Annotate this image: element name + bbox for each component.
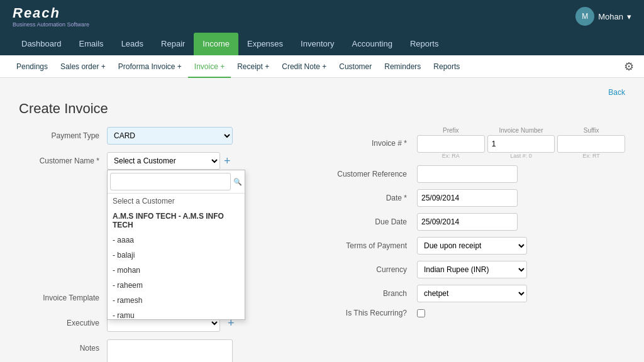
nav-dashboard[interactable]: Dashboard <box>13 33 70 55</box>
recurring-row: Is This Recurring? <box>331 309 625 317</box>
invoice-hash-label: Invoice # * <box>331 139 413 148</box>
invoice-number-input[interactable] <box>487 135 555 153</box>
subnav-receipt[interactable]: Receipt + <box>231 55 275 78</box>
nav-emails[interactable]: Emails <box>70 33 113 55</box>
top-bar: Reach Business Automation Software M Moh… <box>0 0 644 33</box>
branch-label: Branch <box>331 289 413 298</box>
invoice-num-row: Invoice # * Prefix Ex: RA Invoice Number… <box>331 127 625 159</box>
prefix-header: Prefix <box>417 127 485 134</box>
invoice-number-col: Invoice Number Last #: 0 <box>487 127 555 159</box>
suffix-header: Suffix <box>557 127 625 134</box>
user-area[interactable]: M Mohan ▾ <box>575 7 631 26</box>
add-customer-button[interactable]: + <box>224 155 231 167</box>
terms-label: Terms of Payment <box>331 241 413 250</box>
currency-select[interactable]: Indian Rupee (INR) <box>417 261 527 278</box>
invoice-number-header: Invoice Number <box>487 127 555 134</box>
dropdown-item-ramu[interactable]: - ramu <box>108 308 245 319</box>
dropdown-item-ramesh[interactable]: - ramesh <box>108 293 245 308</box>
dropdown-item-ams[interactable]: A.M.S INFO TECH - A.M.S INFO TECH <box>108 209 245 233</box>
avatar: M <box>575 7 594 26</box>
terms-select[interactable]: Due upon receipt <box>417 237 527 255</box>
branch-select[interactable]: chetpet <box>417 285 527 302</box>
terms-row: Terms of Payment Due upon receipt <box>331 237 625 255</box>
payment-type-control: CARD <box>107 127 313 145</box>
subnav-proforma[interactable]: Proforma Invoice + <box>112 55 188 78</box>
nav-reports[interactable]: Reports <box>401 33 448 55</box>
date-row: Date * <box>331 189 625 207</box>
notes-textarea[interactable] <box>107 339 233 362</box>
suffix-input[interactable] <box>557 135 625 153</box>
subnav-customer[interactable]: Customer <box>333 55 378 78</box>
payment-type-select[interactable]: CARD <box>107 127 233 145</box>
date-input[interactable] <box>417 189 518 207</box>
form-left: Payment Type CARD Customer Name * Select… <box>19 127 313 362</box>
subnav-reminders[interactable]: Reminders <box>378 55 427 78</box>
nav-accounting[interactable]: Accounting <box>343 33 401 55</box>
page-title: Create Invoice <box>19 101 625 117</box>
customer-name-row: Customer Name * Select a Customer 🔍 <box>19 152 313 170</box>
chevron-down-icon: ▾ <box>627 12 631 21</box>
customer-input-wrapper: Select a Customer 🔍 Select a Customer A.… <box>107 152 313 170</box>
notes-control <box>107 339 313 362</box>
prefix-input[interactable] <box>417 135 485 153</box>
dropdown-item-mohan[interactable]: - mohan <box>108 263 245 278</box>
executive-label: Executive <box>19 314 107 332</box>
customer-search-wrap: 🔍 <box>108 170 245 194</box>
currency-row: Currency Indian Rupee (INR) <box>331 261 625 278</box>
branch-row: Branch chetpet <box>331 285 625 302</box>
content-area: Back Create Invoice Payment Type CARD Cu… <box>0 78 644 362</box>
main-nav: Dashboard Emails Leads Repair Income Exp… <box>0 33 644 55</box>
customer-search-input[interactable] <box>110 173 231 190</box>
logo-sub: Business Automation Software <box>13 21 89 28</box>
nav-repair[interactable]: Repair <box>152 33 194 55</box>
back-link[interactable]: Back <box>19 88 625 97</box>
suffix-col: Suffix Ex: RT <box>557 127 625 159</box>
sub-nav: Pendings Sales order + Proforma Invoice … <box>0 55 644 78</box>
recurring-checkbox[interactable] <box>417 309 425 317</box>
recurring-label: Is This Recurring? <box>331 309 413 317</box>
nav-leads[interactable]: Leads <box>113 33 152 55</box>
customer-dropdown-list: Select a Customer A.M.S INFO TECH - A.M.… <box>108 194 245 319</box>
subnav-pendings[interactable]: Pendings <box>10 55 54 78</box>
search-icon: 🔍 <box>233 178 242 186</box>
customer-ref-row: Customer Reference <box>331 165 625 183</box>
settings-icon[interactable]: ⚙ <box>624 60 634 74</box>
notes-row: Notes <box>19 339 313 362</box>
nav-expenses[interactable]: Expenses <box>238 33 292 55</box>
suffix-hint: Ex: RT <box>557 153 625 159</box>
invoice-num-group: Prefix Ex: RA Invoice Number Last #: 0 S… <box>417 127 625 159</box>
customer-select[interactable]: Select a Customer <box>107 152 220 170</box>
due-date-label: Due Date <box>331 217 413 226</box>
due-date-input[interactable] <box>417 213 518 231</box>
due-date-row: Due Date <box>331 213 625 231</box>
date-label: Date * <box>331 194 413 202</box>
form-container: Payment Type CARD Customer Name * Select… <box>19 127 625 362</box>
dropdown-item-aaaa[interactable]: - aaaa <box>108 233 245 248</box>
logo-text: Reach <box>13 5 89 21</box>
payment-type-row: Payment Type CARD <box>19 127 313 145</box>
user-name: Mohan <box>598 12 623 21</box>
notes-label: Notes <box>19 339 107 357</box>
dropdown-item-header[interactable]: Select a Customer <box>108 194 245 209</box>
payment-type-label: Payment Type <box>19 127 107 145</box>
prefix-col: Prefix Ex: RA <box>417 127 485 159</box>
invoice-template-label: Invoice Template <box>19 289 107 307</box>
last-hint: Last #: 0 <box>487 153 555 159</box>
subnav-reports[interactable]: Reports <box>427 55 466 78</box>
logo: Reach Business Automation Software <box>13 5 89 28</box>
customer-ref-input[interactable] <box>417 165 518 183</box>
currency-label: Currency <box>331 265 413 274</box>
prefix-hint: Ex: RA <box>417 153 485 159</box>
subnav-credit-note[interactable]: Credit Note + <box>275 55 333 78</box>
nav-inventory[interactable]: Inventory <box>292 33 343 55</box>
customer-name-label: Customer Name * <box>19 152 107 170</box>
dropdown-item-raheem[interactable]: - raheem <box>108 278 245 293</box>
customer-ref-label: Customer Reference <box>331 170 413 178</box>
form-right: Invoice # * Prefix Ex: RA Invoice Number… <box>331 127 625 362</box>
customer-name-control: Select a Customer 🔍 Select a Customer A.… <box>107 152 313 170</box>
subnav-sales-order[interactable]: Sales order + <box>54 55 112 78</box>
customer-dropdown: 🔍 Select a Customer A.M.S INFO TECH - A.… <box>107 170 245 320</box>
nav-income[interactable]: Income <box>194 33 238 55</box>
subnav-invoice[interactable]: Invoice + <box>188 55 231 78</box>
dropdown-item-balaji[interactable]: - balaji <box>108 248 245 263</box>
